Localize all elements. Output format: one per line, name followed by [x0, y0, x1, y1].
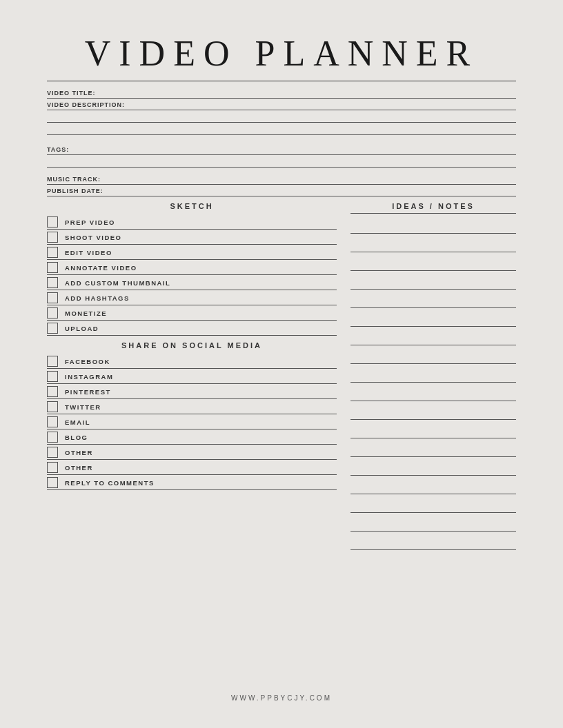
checkbox-email[interactable] [47, 416, 58, 427]
checkbox-reply-comments[interactable] [47, 477, 58, 488]
notes-line-4[interactable] [350, 271, 516, 290]
shoot-video-label: SHOOT VIDEO [65, 234, 121, 241]
checkbox-monetize[interactable] [47, 307, 58, 318]
notes-line-15[interactable] [350, 476, 516, 494]
video-title-row: VIDEO TITLE: [47, 87, 516, 99]
list-item: ADD CUSTOM THUMBNAIL [47, 275, 337, 290]
add-hashtags-label: ADD HASHTAGS [65, 294, 130, 302]
checkbox-edit-video[interactable] [47, 247, 58, 258]
notes-line-1[interactable] [350, 215, 516, 234]
notes-line-18[interactable] [350, 532, 516, 550]
tags-row: TAGS: [47, 143, 516, 155]
notes-line-2[interactable] [350, 234, 516, 252]
instagram-label: INSTAGRAM [65, 373, 113, 381]
notes-line-9[interactable] [350, 364, 516, 383]
notes-line-14[interactable] [350, 457, 516, 476]
notes-line-16[interactable] [350, 494, 516, 513]
list-item: PINTEREST [47, 384, 337, 399]
video-description-label: VIDEO DESCRIPTION: [47, 101, 125, 108]
checkbox-other-1[interactable] [47, 447, 58, 458]
tags-line-2[interactable] [47, 155, 516, 168]
list-item: ADD HASHTAGS [47, 290, 337, 305]
checkbox-prep-video[interactable] [47, 216, 58, 228]
notes-line-12[interactable] [350, 420, 516, 438]
add-thumbnail-label: ADD CUSTOM THUMBNAIL [65, 279, 170, 287]
other-2-label: OTHER [65, 464, 93, 472]
right-column: IDEAS / NOTES [337, 202, 516, 687]
social-section-title: SHARE ON SOCIAL MEDIA [47, 341, 337, 350]
other-1-label: OTHER [65, 449, 93, 456]
publish-date-label: PUBLISH DATE: [47, 188, 103, 194]
description-line-2[interactable] [47, 110, 516, 123]
notes-line-5[interactable] [350, 290, 516, 308]
facebook-label: FACEBOOK [65, 358, 110, 365]
list-item: OTHER [47, 460, 337, 475]
pinterest-label: PINTEREST [65, 388, 111, 396]
checkbox-pinterest[interactable] [47, 386, 58, 397]
blog-label: BLOG [65, 434, 88, 441]
tags-label: TAGS: [47, 146, 69, 153]
list-item: TWITTER [47, 399, 337, 414]
list-item: ANNOTATE VIDEO [47, 260, 337, 275]
notes-line-6[interactable] [350, 308, 516, 327]
checkbox-other-2[interactable] [47, 462, 58, 473]
twitter-label: TWITTER [65, 403, 101, 411]
monetize-label: MONETIZE [65, 310, 107, 317]
notes-section-title: IDEAS / NOTES [350, 202, 516, 214]
list-item: PREP VIDEO [47, 214, 337, 230]
page-title: VIDEO PLANNER [47, 33, 516, 74]
list-item: OTHER [47, 445, 337, 460]
list-item: INSTAGRAM [47, 369, 337, 384]
description-line-3[interactable] [47, 123, 516, 135]
checkbox-shoot-video[interactable] [47, 232, 58, 243]
music-track-label: MUSIC TRACK: [47, 176, 101, 183]
checkbox-facebook[interactable] [47, 356, 58, 367]
list-item: UPLOAD [47, 321, 337, 336]
notes-line-10[interactable] [350, 383, 516, 401]
music-track-row: MUSIC TRACK: [47, 173, 516, 185]
footer-url: WWW.PPBYCJY.COM [47, 694, 516, 702]
video-title-label: VIDEO TITLE: [47, 90, 96, 97]
upload-label: UPLOAD [65, 325, 99, 332]
checkbox-upload[interactable] [47, 323, 58, 334]
notes-line-17[interactable] [350, 513, 516, 532]
email-label: EMAIL [65, 418, 90, 426]
edit-video-label: EDIT VIDEO [65, 249, 112, 256]
list-item: MONETIZE [47, 305, 337, 321]
notes-line-7[interactable] [350, 327, 516, 345]
checkbox-blog[interactable] [47, 432, 58, 443]
reply-comments-label: REPLY TO COMMENTS [65, 479, 155, 487]
list-item: EMAIL [47, 414, 337, 429]
left-column: SKETCH PREP VIDEO SHOOT VIDEO EDIT VIDEO… [47, 202, 337, 687]
list-item: EDIT VIDEO [47, 245, 337, 260]
sketch-section-title: SKETCH [47, 202, 337, 210]
list-item: BLOG [47, 429, 337, 445]
prep-video-label: PREP VIDEO [65, 219, 115, 226]
list-item: REPLY TO COMMENTS [47, 475, 337, 490]
notes-line-8[interactable] [350, 345, 516, 364]
main-content: SKETCH PREP VIDEO SHOOT VIDEO EDIT VIDEO… [47, 202, 516, 687]
checkbox-add-hashtags[interactable] [47, 292, 58, 303]
checkbox-add-thumbnail[interactable] [47, 277, 58, 288]
notes-line-13[interactable] [350, 438, 516, 457]
notes-line-3[interactable] [350, 252, 516, 271]
checkbox-twitter[interactable] [47, 401, 58, 412]
page: VIDEO PLANNER VIDEO TITLE: VIDEO DESCRIP… [12, 12, 551, 716]
list-item: SHOOT VIDEO [47, 230, 337, 245]
publish-date-row: PUBLISH DATE: [47, 185, 516, 196]
video-description-row: VIDEO DESCRIPTION: [47, 99, 516, 110]
notes-line-11[interactable] [350, 401, 516, 420]
checkbox-annotate-video[interactable] [47, 262, 58, 273]
list-item: FACEBOOK [47, 354, 337, 369]
annotate-video-label: ANNOTATE VIDEO [65, 264, 137, 272]
checkbox-instagram[interactable] [47, 371, 58, 382]
